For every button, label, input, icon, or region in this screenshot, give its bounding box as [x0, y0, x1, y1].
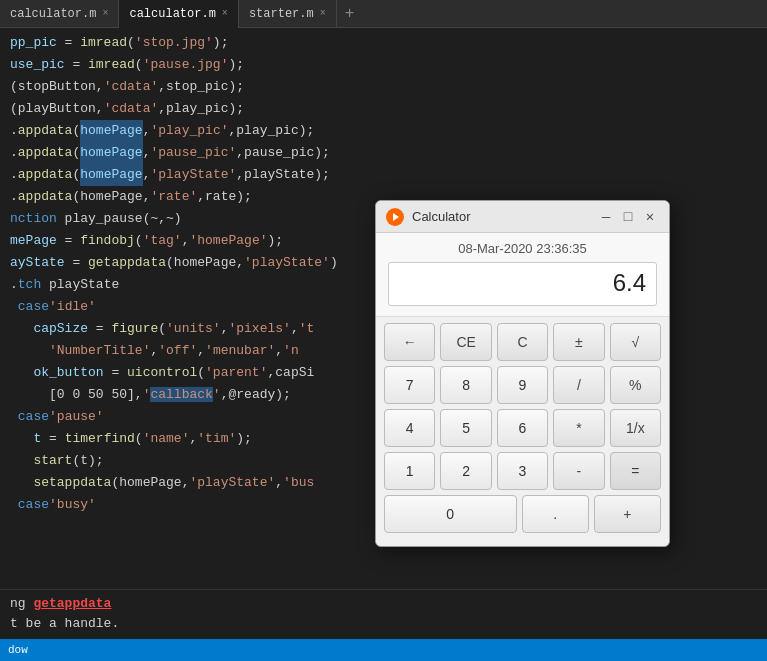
calc-display-area: 08-Mar-2020 23:36:35 6.4	[376, 233, 669, 317]
calc-row-3: 4 5 6 * 1/x	[384, 409, 661, 447]
tab-label: calculator.m	[10, 7, 96, 21]
plusminus-btn[interactable]: ±	[553, 323, 604, 361]
add-btn[interactable]: +	[594, 495, 661, 533]
status-bar: dow	[0, 639, 767, 661]
calc-titlebar: Calculator — □ ✕	[376, 201, 669, 233]
btn-0[interactable]: 0	[384, 495, 517, 533]
calc-row-1: ← CE C ± √	[384, 323, 661, 361]
tab-starter[interactable]: starter.m ×	[239, 0, 337, 28]
btn-8[interactable]: 8	[440, 366, 491, 404]
calc-row-2: 7 8 9 / %	[384, 366, 661, 404]
code-line-7: .appdata(homePage,'playState',playState)…	[10, 164, 767, 186]
tab-calculator-1[interactable]: calculator.m ×	[0, 0, 119, 28]
output-line-1: ng getappdata	[10, 594, 757, 614]
btn-7[interactable]: 7	[384, 366, 435, 404]
divide-btn[interactable]: /	[553, 366, 604, 404]
tab-calculator-2[interactable]: calculator.m ×	[119, 0, 238, 28]
ce-btn[interactable]: CE	[440, 323, 491, 361]
code-line-1: pp_pic = imread('stop.jpg');	[10, 32, 767, 54]
code-line-4: (playButton,'cdata',play_pic);	[10, 98, 767, 120]
maximize-button[interactable]: □	[619, 208, 637, 226]
getappdata-ref: getappdata	[33, 596, 111, 611]
calculator-window: Calculator — □ ✕ 08-Mar-2020 23:36:35 6.…	[375, 200, 670, 547]
code-line-2: use_pic = imread('pause.jpg');	[10, 54, 767, 76]
sqrt-btn[interactable]: √	[610, 323, 661, 361]
close-button[interactable]: ✕	[641, 208, 659, 226]
calc-buttons: ← CE C ± √ 7 8 9 / % 4 5 6 * 1/x 1 2 3 -	[376, 317, 669, 546]
add-tab-button[interactable]: +	[337, 5, 363, 23]
calc-row-5: 0 . +	[384, 495, 661, 533]
calc-display: 6.4	[388, 262, 657, 306]
calc-datetime: 08-Mar-2020 23:36:35	[388, 241, 657, 256]
percent-btn[interactable]: %	[610, 366, 661, 404]
btn-4[interactable]: 4	[384, 409, 435, 447]
btn-1[interactable]: 1	[384, 452, 435, 490]
btn-9[interactable]: 9	[497, 366, 548, 404]
tab-bar: calculator.m × calculator.m × starter.m …	[0, 0, 767, 28]
tab-label: starter.m	[249, 7, 314, 21]
c-btn[interactable]: C	[497, 323, 548, 361]
code-line-3: (stopButton,'cdata',stop_pic);	[10, 76, 767, 98]
output-area: ng getappdata t be a handle.	[0, 589, 767, 639]
minimize-button[interactable]: —	[597, 208, 615, 226]
code-line-6: .appdata(homePage,'pause_pic',pause_pic)…	[10, 142, 767, 164]
tab-close-2[interactable]: ×	[222, 8, 228, 19]
equals-btn[interactable]: =	[610, 452, 661, 490]
btn-5[interactable]: 5	[440, 409, 491, 447]
tab-label: calculator.m	[129, 7, 215, 21]
dot-btn[interactable]: .	[522, 495, 589, 533]
tab-close-3[interactable]: ×	[320, 8, 326, 19]
reciprocal-btn[interactable]: 1/x	[610, 409, 661, 447]
backspace-btn[interactable]: ←	[384, 323, 435, 361]
calc-row-4: 1 2 3 - =	[384, 452, 661, 490]
status-text: dow	[8, 644, 28, 656]
output-line-2: t be a handle.	[10, 614, 757, 634]
btn-3[interactable]: 3	[497, 452, 548, 490]
btn-6[interactable]: 6	[497, 409, 548, 447]
subtract-btn[interactable]: -	[553, 452, 604, 490]
multiply-btn[interactable]: *	[553, 409, 604, 447]
code-line-5: .appdata(homePage,'play_pic',play_pic);	[10, 120, 767, 142]
btn-2[interactable]: 2	[440, 452, 491, 490]
calc-title: Calculator	[412, 209, 593, 224]
tab-close-1[interactable]: ×	[102, 8, 108, 19]
calc-app-icon	[386, 208, 404, 226]
